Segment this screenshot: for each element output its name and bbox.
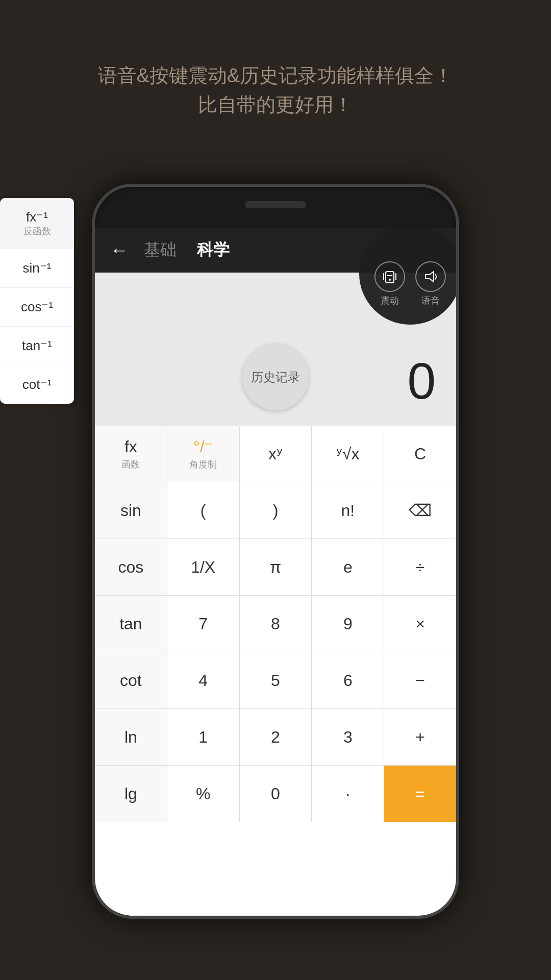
key-label: × — [415, 615, 425, 633]
key-5-0[interactable]: ln — [95, 709, 167, 765]
key-label: n! — [341, 501, 355, 520]
side-panel-label: fx⁻¹ — [8, 209, 66, 225]
key-4-4[interactable]: − — [384, 652, 456, 708]
key-sublabel: 角度制 — [189, 458, 217, 471]
key-label: °/⁻ — [193, 437, 213, 456]
key-1-1[interactable]: ( — [167, 482, 240, 538]
key-row-3: tan789× — [95, 596, 456, 652]
side-panel-label: tan⁻¹ — [8, 338, 66, 354]
sound-label: 语音 — [421, 295, 440, 307]
key-3-2[interactable]: 8 — [240, 596, 312, 652]
side-panel-label: sin⁻¹ — [8, 260, 66, 276]
key-0-2[interactable]: xʸ — [240, 426, 312, 482]
side-panel: fx⁻¹反函数sin⁻¹cos⁻¹tan⁻¹cot⁻¹ — [0, 198, 74, 404]
key-2-4[interactable]: ÷ — [384, 539, 456, 595]
key-label: xʸ — [268, 444, 283, 463]
key-label: − — [415, 671, 425, 690]
sound-button[interactable]: 语音 — [415, 261, 446, 307]
nav-bar: ← 基础 科学 — [95, 228, 456, 273]
side-panel-item-0[interactable]: fx⁻¹反函数 — [0, 198, 74, 249]
key-label: 2 — [271, 728, 280, 747]
sound-icon — [415, 261, 446, 292]
side-panel-item-3[interactable]: tan⁻¹ — [0, 327, 74, 365]
key-row-4: cot456− — [95, 652, 456, 709]
phone-speaker — [245, 201, 306, 208]
phone-screen: ← 基础 科学 — [95, 228, 456, 916]
key-label: lg — [124, 785, 137, 803]
key-label: tan — [119, 615, 142, 633]
tab-scientific[interactable]: 科学 — [197, 239, 230, 261]
key-label: C — [414, 445, 426, 463]
key-5-4[interactable]: + — [384, 709, 456, 765]
key-label: ÷ — [416, 558, 425, 577]
key-label: 6 — [343, 671, 353, 690]
key-label: ʸ√x — [336, 444, 360, 463]
key-1-2[interactable]: ) — [240, 482, 312, 538]
side-panel-item-4[interactable]: cot⁻¹ — [0, 365, 74, 404]
key-label: ( — [201, 501, 206, 520]
key-label: π — [270, 558, 281, 577]
key-label: cot — [120, 671, 142, 690]
key-label: 1 — [198, 728, 208, 747]
key-row-5: ln123+ — [95, 709, 456, 766]
key-3-0[interactable]: tan — [95, 596, 167, 652]
key-label: ) — [273, 501, 279, 520]
key-1-3[interactable]: n! — [312, 482, 384, 538]
key-4-2[interactable]: 5 — [240, 652, 312, 708]
key-4-3[interactable]: 6 — [312, 652, 384, 708]
key-4-1[interactable]: 4 — [167, 652, 240, 708]
key-label: fx — [124, 437, 137, 456]
key-1-4[interactable]: ⌫ — [384, 482, 456, 538]
key-5-2[interactable]: 2 — [240, 709, 312, 765]
side-panel-item-2[interactable]: cos⁻¹ — [0, 288, 74, 327]
key-2-1[interactable]: 1/X — [167, 539, 240, 595]
key-row-6: lg%0·= — [95, 766, 456, 822]
key-0-0[interactable]: fx函数 — [95, 426, 167, 482]
promo-line1: 语音&按键震动&历史记录功能样样俱全！ — [41, 61, 510, 90]
display-value: 0 — [407, 352, 436, 410]
key-row-1: sin()n!⌫ — [95, 482, 456, 539]
key-4-0[interactable]: cot — [95, 652, 167, 708]
keyboard: fx函数°/⁻角度制xʸʸ√xCsin()n!⌫cos1/Xπe÷tan789×… — [95, 426, 456, 822]
key-1-0[interactable]: sin — [95, 482, 167, 538]
key-6-2[interactable]: 0 — [240, 766, 312, 822]
key-5-1[interactable]: 1 — [167, 709, 240, 765]
side-panel-item-1[interactable]: sin⁻¹ — [0, 249, 74, 288]
key-6-1[interactable]: % — [167, 766, 240, 822]
key-label: 8 — [271, 615, 280, 633]
key-0-3[interactable]: ʸ√x — [312, 426, 384, 482]
vibrate-button[interactable]: 震动 — [374, 261, 405, 307]
key-3-1[interactable]: 7 — [167, 596, 240, 652]
vibrate-icon — [374, 261, 405, 292]
key-label: ⌫ — [409, 501, 432, 520]
key-label: 4 — [198, 671, 208, 690]
key-label: cos — [118, 558, 144, 577]
key-3-3[interactable]: 9 — [312, 596, 384, 652]
key-label: 1/X — [191, 558, 215, 577]
key-label: 5 — [271, 671, 280, 690]
key-6-3[interactable]: · — [312, 766, 384, 822]
key-2-3[interactable]: e — [312, 539, 384, 595]
key-label: 3 — [343, 728, 353, 747]
key-label: e — [343, 558, 353, 577]
side-panel-label: cot⁻¹ — [8, 377, 66, 393]
key-0-4[interactable]: C — [384, 426, 456, 482]
history-button[interactable]: 历史记录 — [242, 344, 309, 410]
key-2-2[interactable]: π — [240, 539, 312, 595]
promo-text: 语音&按键震动&历史记录功能样样俱全！ 比自带的更好用！ — [0, 0, 551, 150]
key-3-4[interactable]: × — [384, 596, 456, 652]
key-label: 7 — [198, 615, 208, 633]
key-5-3[interactable]: 3 — [312, 709, 384, 765]
key-0-1[interactable]: °/⁻角度制 — [167, 426, 240, 482]
key-label: % — [196, 785, 210, 803]
key-label: sin — [120, 501, 141, 520]
key-6-4[interactable]: = — [384, 766, 456, 822]
key-2-0[interactable]: cos — [95, 539, 167, 595]
key-6-0[interactable]: lg — [95, 766, 167, 822]
key-label: = — [415, 785, 425, 803]
tab-basic[interactable]: 基础 — [144, 239, 177, 261]
back-button[interactable]: ← — [110, 239, 129, 261]
key-label: 9 — [343, 615, 353, 633]
side-panel-sublabel: 反函数 — [8, 225, 66, 237]
promo-line2: 比自带的更好用！ — [41, 90, 510, 119]
